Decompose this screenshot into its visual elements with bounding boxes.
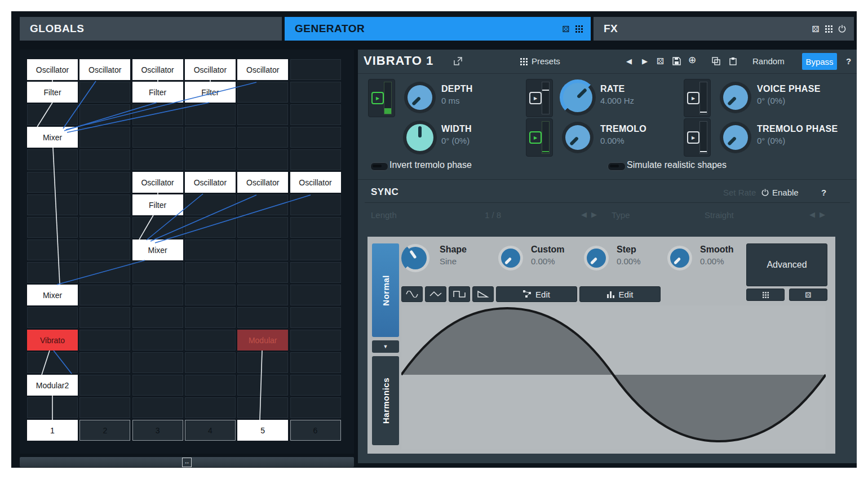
- editor-collapse-button[interactable]: ▼: [372, 340, 399, 353]
- tremolo-phase-modulator-slider[interactable]: ▶: [684, 118, 711, 157]
- grid-cell[interactable]: [237, 285, 288, 305]
- module-oscillator[interactable]: Oscillator: [132, 59, 183, 80]
- custom-knob[interactable]: [498, 246, 523, 270]
- grid-cell[interactable]: [290, 397, 341, 418]
- module-oscillator[interactable]: Oscillator: [185, 172, 236, 193]
- grid-cell[interactable]: [185, 352, 236, 373]
- step-knob[interactable]: [584, 246, 609, 270]
- grid-cell[interactable]: [237, 239, 288, 260]
- grid-cell[interactable]: [185, 330, 236, 351]
- grid-cell[interactable]: [237, 127, 288, 148]
- grid-cell[interactable]: [27, 104, 78, 125]
- grid-cell[interactable]: [185, 127, 236, 148]
- grid-cell[interactable]: [185, 104, 236, 125]
- module-mixer[interactable]: Mixer: [27, 285, 78, 305]
- grid-cell[interactable]: [79, 172, 130, 193]
- grid-cell[interactable]: [79, 127, 130, 148]
- grid-cell[interactable]: [27, 262, 78, 283]
- grid-cell[interactable]: [27, 307, 78, 328]
- width-knob[interactable]: [403, 121, 437, 154]
- grid-cell[interactable]: [237, 352, 288, 373]
- module-oscillator[interactable]: Oscillator: [237, 172, 288, 193]
- triangle-shape-button[interactable]: [425, 286, 446, 302]
- grid-cell[interactable]: [79, 149, 130, 170]
- grid-cell[interactable]: [185, 285, 236, 305]
- grid-cell[interactable]: [79, 82, 130, 103]
- grid-cell[interactable]: [237, 217, 288, 238]
- help-button[interactable]: ?: [846, 56, 851, 67]
- grid-cell[interactable]: [290, 262, 341, 283]
- save-icon[interactable]: [672, 57, 681, 65]
- grid-cell[interactable]: [132, 352, 183, 373]
- module-filter[interactable]: Filter: [185, 82, 236, 103]
- grid-cell[interactable]: [27, 397, 78, 418]
- advanced-button[interactable]: Advanced: [746, 243, 827, 286]
- grid-cell[interactable]: [27, 172, 78, 193]
- add-icon[interactable]: ⊕: [688, 55, 696, 66]
- random-button[interactable]: Random: [752, 56, 785, 67]
- grid-cell[interactable]: [132, 375, 183, 396]
- sync-length-next-icon[interactable]: ▶: [591, 210, 597, 219]
- voice-slot-1[interactable]: 1: [27, 420, 78, 441]
- grid-cell[interactable]: [27, 239, 78, 260]
- next-preset-icon[interactable]: ▶: [642, 56, 648, 67]
- voice-phase-knob[interactable]: [720, 82, 751, 113]
- randomize-dice-icon[interactable]: ⚄: [812, 25, 820, 33]
- sync-type-value[interactable]: Straight: [705, 210, 734, 220]
- grid-cell[interactable]: [132, 307, 183, 328]
- play-icon[interactable]: ▶: [529, 92, 542, 104]
- grid-cell[interactable]: [290, 352, 341, 373]
- bypass-button[interactable]: Bypass: [802, 53, 837, 70]
- grid-cell[interactable]: [79, 307, 130, 328]
- panel-resize-handle[interactable]: ↔: [20, 457, 354, 467]
- module-mixer[interactable]: Mixer: [132, 239, 183, 260]
- grid-cell[interactable]: [79, 330, 130, 351]
- grid-cell[interactable]: [132, 127, 183, 148]
- grid-cell[interactable]: [290, 149, 341, 170]
- module-modular2[interactable]: Modular2: [27, 375, 78, 396]
- grid-cell[interactable]: [185, 149, 236, 170]
- grid-cell[interactable]: [27, 194, 78, 215]
- voice-slot-3[interactable]: 3: [132, 420, 183, 441]
- module-mixer[interactable]: Mixer: [27, 127, 78, 148]
- grid-cell[interactable]: [290, 330, 341, 351]
- grid-cell[interactable]: [185, 397, 236, 418]
- grid-cell[interactable]: [185, 307, 236, 328]
- play-icon[interactable]: ▶: [371, 92, 384, 104]
- sync-set-rate-button[interactable]: Set Rate: [723, 188, 756, 197]
- module-oscillator[interactable]: Oscillator: [237, 59, 288, 80]
- tab-generator[interactable]: GENERATOR ⚄: [285, 17, 591, 41]
- sync-type-prev-icon[interactable]: ◀: [809, 210, 815, 219]
- voice-slot-6[interactable]: 6: [290, 420, 341, 441]
- grid-cell[interactable]: [237, 194, 288, 215]
- grid-cell[interactable]: [237, 104, 288, 125]
- grid-cell[interactable]: [237, 262, 288, 283]
- module-filter[interactable]: Filter: [132, 194, 183, 215]
- grid-cell[interactable]: [132, 262, 183, 283]
- grid-cell[interactable]: [290, 127, 341, 148]
- grid-cell[interactable]: [79, 397, 130, 418]
- module-modular[interactable]: Modular: [237, 330, 288, 351]
- grid-cell[interactable]: [290, 285, 341, 305]
- grid-cell[interactable]: [185, 262, 236, 283]
- grid-cell[interactable]: [290, 194, 341, 215]
- paste-icon[interactable]: [729, 57, 737, 65]
- grid-cell[interactable]: [79, 352, 130, 373]
- shape-knob[interactable]: [401, 244, 429, 272]
- module-oscillator[interactable]: Oscillator: [79, 59, 130, 80]
- tremolo-modulator-slider[interactable]: ▶: [526, 118, 553, 157]
- grid-cell[interactable]: [79, 285, 130, 305]
- module-oscillator[interactable]: Oscillator: [132, 172, 183, 193]
- popout-icon[interactable]: [454, 57, 462, 65]
- module-oscillator[interactable]: Oscillator: [290, 172, 341, 193]
- grid-cell[interactable]: [185, 375, 236, 396]
- depth-knob[interactable]: [404, 82, 436, 113]
- presets-button[interactable]: Presets: [532, 56, 560, 67]
- edit-harmonics-button[interactable]: Edit: [579, 286, 661, 302]
- module-oscillator[interactable]: Oscillator: [185, 59, 236, 80]
- presets-grid-icon[interactable]: [575, 25, 583, 33]
- grid-cell[interactable]: [79, 239, 130, 260]
- module-vibrato[interactable]: Vibrato: [27, 330, 78, 351]
- invert-tremolo-phase-toggle[interactable]: [370, 162, 388, 171]
- grid-cell[interactable]: [237, 82, 288, 103]
